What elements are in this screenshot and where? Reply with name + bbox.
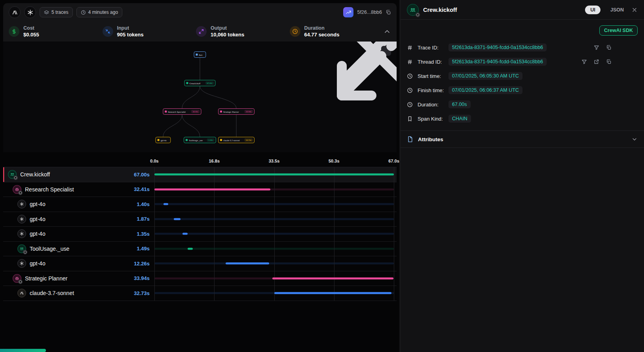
trace-viewer-app: 5 traces 4 minutes ago 5f26...8bb6 Cost$… [0,0,644,352]
waterfall-row-crew-kickoff[interactable]: Crew.kickoff67.00s [3,167,397,182]
span-timeline-cell [154,227,394,241]
graph-node-gpt-4o[interactable]: gpt-4o [156,137,171,143]
span-timeline-cell [154,256,394,271]
field-value: 07/01/2025, 06:05:30 AM UTC [448,72,522,80]
span-timeline-cell [154,197,394,212]
waterfall-row-research-specialist[interactable]: Research Specialist32.41s [3,182,397,197]
graph-node-strategic-planner[interactable]: Strategic Planner33.94s [218,109,255,115]
span-duration: 1.49s [137,246,150,252]
copy-icon[interactable] [606,59,612,64]
openai-provider-avatar [24,6,36,18]
span-bar[interactable] [226,263,270,265]
graph-node-claude-3-7-sonnet[interactable]: claude-3.7-sonnet32.73s [218,137,255,143]
span-bar[interactable] [163,203,169,205]
file-icon [407,136,413,142]
tab-ui[interactable]: UI [585,6,600,14]
copy-trace-id-icon[interactable] [386,9,391,15]
openai-icon [17,200,26,208]
filter-icon[interactable] [594,45,599,50]
graph-node-run[interactable]: Run [194,52,206,58]
agent-icon [13,185,21,194]
span-duration: 1.87s [137,216,150,222]
traces-count-badge[interactable]: 5 traces [40,7,73,17]
span-bar[interactable] [272,277,393,279]
waterfall-row-gpt-4o[interactable]: gpt-4o1.87s [3,212,397,227]
span-track [154,233,394,235]
span-name: Crew.kickoff [20,171,50,178]
span-name-cell: claude-3.7-sonnet32.73s [3,289,154,297]
span-timeline-cell [154,167,394,182]
external-link-icon[interactable] [594,59,599,64]
stat-label: Duration [304,25,340,31]
span-timeline-cell [154,286,394,301]
svg-text:33.94s: 33.94s [246,111,251,113]
dollar-icon [9,26,19,37]
trace-overview-panel: 5 traces 4 minutes ago 5f26...8bb6 Cost$… [0,0,400,352]
waterfall-row-gpt-4o[interactable]: gpt-4o12.26s [3,256,397,271]
span-name: gpt-4o [30,216,46,222]
span-name-cell: gpt-4o1.87s [3,215,154,223]
field-finish-time: Finish time:07/01/2025, 06:06:37 AM UTC [407,83,638,97]
span-name: Research Specialist [25,186,74,193]
span-bar[interactable] [174,218,180,220]
field-label: Thread ID: [418,59,448,65]
graph-node-research-specialist[interactable]: Research Specialist32.41s [163,109,201,115]
expand-graph-button[interactable] [381,46,391,56]
span-name: claude-3.7-sonnet [30,290,74,296]
svg-text:32.41s: 32.41s [193,111,198,113]
copy-icon[interactable] [606,45,612,50]
waterfall-row-toolusage-use[interactable]: ToolUsage._use1.49s [3,242,397,257]
sdk-badge: CrewAI SDK [599,25,638,36]
stat-value: $0.055 [23,32,39,38]
attributes-section-toggle[interactable]: Attributes [401,131,644,148]
field-label: Finish time: [418,87,448,93]
clock-icon [407,73,413,79]
span-bar[interactable] [188,248,193,250]
waterfall-rows: Crew.kickoff67.00sResearch Specialist32.… [3,167,397,301]
span-timeline-cell [154,242,394,256]
svg-text:gpt-4o: gpt-4o [161,140,167,142]
svg-text:67.00s: 67.00s [207,82,213,84]
close-sidebar-button[interactable] [631,7,638,13]
graph-node-toolusage-use[interactable]: ToolUsage._use1.49s [184,137,216,143]
span-bar[interactable] [182,233,187,235]
field-label: Span Kind: [418,116,448,122]
waterfall-row-gpt-4o[interactable]: gpt-4o1.35s [3,227,397,242]
waterfall-row-gpt-4o[interactable]: gpt-4o1.40s [3,197,397,212]
sidebar-header: Crew.kickoff UI JSON [401,0,644,20]
span-name-cell: Crew.kickoff67.00s [3,170,154,179]
span-bar[interactable] [274,292,391,294]
stats-strip: Cost$0.055Input905 tokensOutput10,060 to… [3,21,397,42]
span-duration: 32.41s [134,186,150,192]
agent-icon [13,274,21,283]
field-duration: Duration:67.00s [407,97,638,112]
field-value: 07/01/2025, 06:06:37 AM UTC [448,86,522,94]
field-label: Start time: [418,73,448,79]
field-trace-id: Trace ID:5f2613da-8371-9405-fcdd-0a1534c… [407,40,638,55]
filter-icon[interactable] [581,59,587,64]
openai-icon [17,215,26,223]
span-name: ToolUsage._use [30,246,69,252]
hash-icon [407,45,413,51]
span-duration: 33.94s [134,275,150,281]
time-tick: 33.5s [269,159,280,163]
span-bar[interactable] [154,188,270,190]
span-bar[interactable] [154,174,394,176]
tab-json[interactable]: JSON [610,7,624,13]
span-name: gpt-4o [30,231,46,237]
time-tick: 67.0s [388,159,399,163]
stat-cost: Cost$0.055 [9,25,103,38]
trend-icon [346,9,351,15]
waterfall-row-strategic-planner[interactable]: Strategic Planner33.94s [3,271,397,286]
stat-value: 64.77 seconds [304,32,340,38]
stat-value: 905 tokens [117,32,144,38]
expand-icon [327,42,397,110]
field-value: 67.00s [448,100,471,108]
graph-node-crew-kickoff[interactable]: Crew.kickoff67.00s [184,80,215,86]
waterfall-row-claude-3-7-sonnet[interactable]: claude-3.7-sonnet32.73s [3,286,397,301]
collapse-stats-button[interactable] [383,28,391,36]
metrics-button[interactable] [343,7,353,17]
span-name-cell: Strategic Planner33.94s [3,274,154,283]
sdk-row: CrewAI SDK [401,20,644,40]
span-track [154,263,394,265]
